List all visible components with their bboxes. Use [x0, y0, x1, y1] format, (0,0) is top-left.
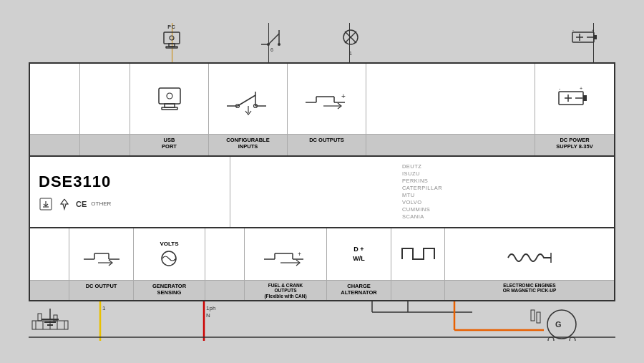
svg-rect-19: [159, 88, 180, 104]
charge-alt-label: CHARGE ALTERNATOR: [327, 280, 391, 300]
mid-section: DSE3110: [30, 157, 614, 228]
svg-rect-21: [162, 107, 177, 110]
main-diagram-box: USB PORT: [29, 62, 615, 301]
engine-volvo: VOLVO: [402, 199, 442, 205]
svg-text:1: 1: [102, 305, 106, 311]
ce-mark: CE: [76, 200, 87, 208]
gen-sensing-cell: VOLTS GENERATOR SENSING: [134, 228, 205, 300]
weee-icon: [39, 197, 53, 211]
config-inputs-label: CONFIGURABLE INPUTS: [209, 134, 287, 155]
config-inputs-cell: CONFIGURABLE INPUTS: [209, 64, 288, 155]
svg-text:-: -: [559, 86, 561, 91]
svg-line-5: [268, 34, 279, 44]
engine-perkins: PERKINS: [402, 178, 442, 184]
dc-outputs-label: DC OUTPUTS: [288, 134, 366, 155]
svg-rect-13: [594, 35, 597, 39]
svg-text:N: N: [206, 312, 210, 319]
svg-point-8: [278, 43, 280, 46]
svg-rect-2: [166, 47, 177, 48]
bulb-icon: 1: [336, 26, 365, 56]
pc-label: PC: [157, 24, 186, 54]
dc-power-label: DC POWER SUPPLY 8-35V: [535, 134, 614, 155]
svg-text:+: +: [298, 251, 301, 258]
switch-icon: 6: [254, 26, 290, 52]
svg-text:1ph: 1ph: [206, 305, 215, 311]
battery-icon-top: - +: [565, 26, 608, 51]
svg-rect-0: [164, 32, 180, 44]
wl-label: W/L: [353, 255, 365, 262]
wire-section: 1 1ph N G: [29, 301, 615, 341]
engine-cummins: CUMMINS: [402, 206, 442, 213]
model-info: DSE3110: [30, 157, 230, 227]
fuel-crank-label: FUEL & CRANK OUTPUTS (Flexible with CAN): [245, 280, 326, 300]
svg-rect-88: [531, 310, 535, 321]
volts-label: VOLTS: [160, 241, 178, 247]
other-label: OTHER: [91, 200, 111, 207]
square-wave-cell: [391, 228, 445, 300]
engine-scania: SCANIA: [402, 213, 442, 220]
fuel-crank-cell: + FUEL & CRANK OUTPUTS (Flexible with CA…: [245, 228, 327, 300]
svg-line-24: [238, 95, 255, 106]
svg-point-85: [547, 310, 576, 339]
svg-text:+: +: [341, 92, 346, 100]
engine-mtu: MTU: [402, 192, 442, 198]
model-name: DSE3110: [39, 173, 221, 191]
engine-deutz: DEUTZ: [402, 163, 442, 170]
dc-power-cell: - + DC POWER SUPPLY 8-35V: [535, 64, 614, 155]
svg-point-3: [170, 36, 174, 40]
svg-rect-38: [583, 95, 587, 101]
d-plus-label: D +: [353, 246, 364, 254]
dc-outputs-cell: + DC OUTPUTS: [288, 64, 366, 155]
coil-cell: ELECTRONIC ENGINES OR MAGNETIC PICK-UP: [445, 228, 614, 300]
engine-isuzu: ISUZU: [402, 170, 442, 177]
usb-port-label: USB PORT: [130, 134, 208, 155]
top-section: USB PORT: [30, 64, 614, 157]
bottom-section: DC OUTPUT VOLTS GENERATOR SENSING: [30, 228, 614, 300]
engine-caterpillar: CATERPILLAR: [402, 185, 442, 191]
svg-rect-87: [537, 312, 540, 323]
charge-alternator-cell: D + W/L CHARGE ALTERNATOR: [327, 228, 391, 300]
svg-text:G: G: [555, 320, 562, 329]
engine-list-area: DEUTZ ISUZU PERKINS CATERPILLAR MTU VOLV…: [230, 157, 614, 227]
elec-engines-label: ELECTRONIC ENGINES OR MAGNETIC PICK-UP: [445, 280, 614, 300]
dc-output-cell: DC OUTPUT: [69, 228, 134, 300]
svg-text:-: -: [572, 28, 574, 32]
recycle-icon: [57, 197, 72, 211]
usb-port-cell: USB PORT: [130, 64, 209, 155]
svg-text:+: +: [580, 86, 582, 91]
diagram-wrapper: PC 6: [0, 0, 644, 363]
svg-rect-73: [38, 314, 42, 321]
gen-sensing-label: GENERATOR SENSING: [134, 280, 205, 300]
svg-point-22: [167, 93, 172, 99]
dc-output-label: DC OUTPUT: [69, 280, 133, 300]
